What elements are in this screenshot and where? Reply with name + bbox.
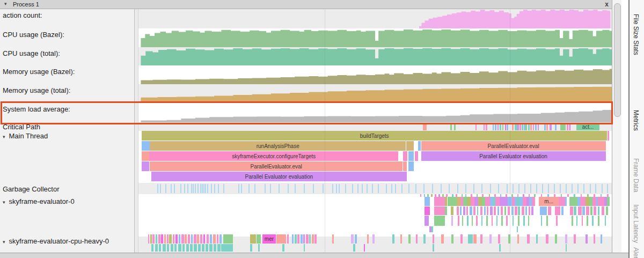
gc-event-tick[interactable]	[205, 184, 206, 193]
slice[interactable]	[524, 123, 525, 130]
slice-mer[interactable]: mer	[262, 234, 276, 244]
gc-event-tick[interactable]	[157, 184, 158, 193]
slice[interactable]	[518, 207, 520, 215]
slice[interactable]	[517, 234, 519, 244]
cpu-total-chart[interactable]	[138, 47, 612, 65]
gc-event-tick[interactable]	[362, 184, 363, 193]
slice[interactable]	[582, 207, 584, 215]
slice[interactable]	[466, 207, 468, 215]
slice[interactable]	[301, 234, 303, 244]
slice[interactable]	[174, 244, 177, 252]
slice[interactable]	[213, 234, 215, 244]
gc-event-tick[interactable]	[408, 184, 409, 193]
slice[interactable]	[408, 234, 411, 244]
action-count-chart[interactable]	[138, 9, 612, 28]
slice[interactable]	[148, 234, 150, 244]
slice[interactable]	[492, 216, 493, 226]
slice[interactable]	[408, 161, 414, 171]
slice[interactable]	[578, 207, 581, 215]
slice[interactable]	[499, 244, 501, 252]
slice[interactable]	[532, 197, 535, 206]
slice[interactable]	[567, 123, 568, 130]
slice[interactable]	[598, 216, 599, 226]
slice[interactable]	[312, 234, 314, 244]
slice[interactable]	[513, 216, 514, 226]
slice[interactable]	[194, 234, 196, 244]
collapse-triangle-icon[interactable]: ▾	[4, 1, 7, 6]
gc-event-tick[interactable]	[238, 184, 239, 193]
gc-event-tick[interactable]	[449, 184, 450, 193]
slice[interactable]	[474, 197, 478, 206]
slice[interactable]	[457, 207, 459, 215]
slice[interactable]	[506, 216, 508, 226]
slice[interactable]	[607, 197, 610, 206]
slice[interactable]	[152, 234, 155, 244]
sidebar-tab-metrics[interactable]: Metrics	[632, 110, 640, 131]
slice[interactable]	[569, 123, 571, 130]
slice[interactable]	[484, 207, 486, 215]
slice[interactable]	[431, 226, 433, 232]
slice[interactable]	[590, 207, 592, 215]
gc-event-tick[interactable]	[441, 184, 442, 193]
slice[interactable]	[151, 244, 153, 252]
slice[interactable]	[155, 244, 158, 252]
slice[interactable]	[185, 234, 187, 244]
gc-event-tick[interactable]	[332, 184, 333, 193]
gc-event-tick[interactable]	[184, 184, 185, 193]
slice[interactable]	[496, 216, 498, 226]
slice[interactable]	[448, 197, 457, 206]
gc-event-tick[interactable]	[367, 184, 368, 193]
slice[interactable]	[367, 234, 369, 244]
gc-event-tick[interactable]	[554, 184, 555, 193]
slice[interactable]	[451, 216, 453, 226]
slice[interactable]	[423, 123, 427, 130]
slice[interactable]	[372, 234, 375, 244]
slice-skyframeexecutor-configuretargets[interactable]: skyframeExecutor.configureTargets	[149, 151, 398, 161]
slice[interactable]	[441, 234, 443, 244]
slice[interactable]	[598, 197, 604, 206]
slice[interactable]	[202, 244, 204, 252]
slice[interactable]	[209, 244, 213, 252]
slice[interactable]	[546, 234, 548, 244]
slice[interactable]	[511, 207, 514, 215]
gc-event-tick[interactable]	[566, 184, 567, 193]
slice[interactable]	[450, 123, 452, 130]
slice[interactable]	[198, 244, 200, 252]
slice[interactable]	[287, 234, 289, 244]
gc-event-tick[interactable]	[203, 184, 204, 193]
slice[interactable]	[507, 123, 508, 130]
slice[interactable]	[142, 161, 149, 171]
memory-bazel-chart[interactable]	[138, 65, 612, 84]
gc-event-tick[interactable]	[345, 184, 346, 193]
slice[interactable]	[194, 244, 197, 252]
gc-event-tick[interactable]	[270, 184, 271, 193]
slice[interactable]	[529, 207, 531, 215]
gc-event-tick[interactable]	[395, 184, 396, 193]
slice[interactable]	[355, 234, 357, 244]
slice[interactable]	[481, 216, 482, 226]
track-label-skyframe-evaluator-0[interactable]: ▾skyframe-evaluator-0	[0, 197, 75, 205]
vertical-scrollbar-thumb[interactable]	[614, 3, 621, 117]
gc-event-tick[interactable]	[241, 184, 242, 193]
gc-event-tick[interactable]	[560, 184, 561, 193]
slice-buildtargets[interactable]: buildTargets	[142, 131, 607, 141]
slice[interactable]	[423, 234, 426, 244]
gc-event-tick[interactable]	[524, 184, 525, 193]
slice[interactable]	[569, 197, 577, 206]
gc-event-tick[interactable]	[542, 184, 543, 193]
slice-runanalysisphase[interactable]: runAnalysisPhase	[150, 141, 406, 151]
slice-parallel-evaluator-evaluation[interactable]: Parallel Evaluator evaluation	[421, 151, 606, 161]
slice[interactable]	[190, 244, 192, 252]
slice[interactable]	[463, 197, 467, 206]
slice[interactable]	[586, 234, 588, 244]
gc-event-tick[interactable]	[295, 184, 296, 193]
slice[interactable]	[605, 216, 606, 226]
slice[interactable]	[556, 216, 558, 226]
slice[interactable]	[576, 216, 578, 226]
gc-event-tick[interactable]	[352, 184, 353, 193]
slice-parallelevaluator-eval[interactable]: ParallelEvaluator.eval	[421, 141, 606, 151]
slice[interactable]	[495, 123, 496, 130]
slice[interactable]	[257, 234, 261, 244]
slice[interactable]	[538, 123, 539, 130]
slice[interactable]	[156, 234, 158, 244]
